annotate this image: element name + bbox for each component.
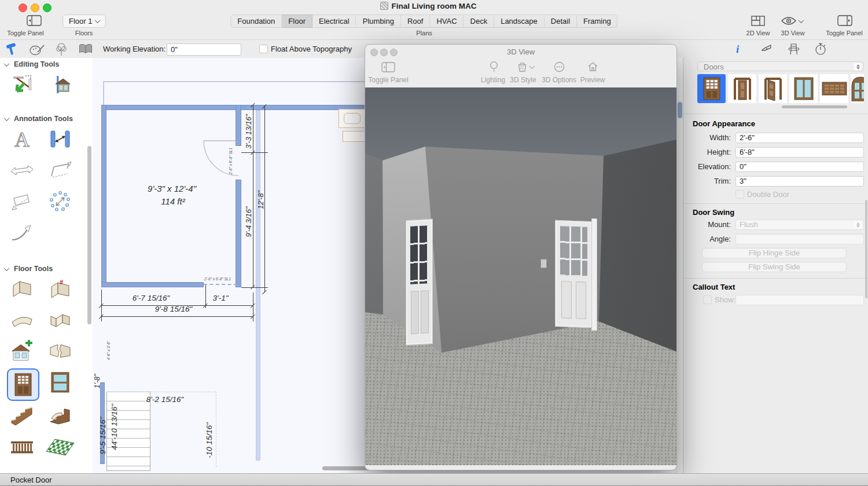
- elevation-field[interactable]: 0": [735, 162, 864, 172]
- tab-electrical[interactable]: Electrical: [312, 14, 356, 28]
- toggle-panel-left-button[interactable]: [17, 15, 42, 28]
- view-2d-button[interactable]: [751, 16, 765, 28]
- eye-icon: [781, 16, 796, 25]
- thumb-strip-hscroll[interactable]: [782, 105, 847, 108]
- dimension-tool[interactable]: [47, 126, 73, 152]
- chevron-down-icon: [4, 265, 10, 271]
- stairs-tool[interactable]: [9, 403, 35, 429]
- 3d-options-button[interactable]: [554, 61, 565, 75]
- railing-tool[interactable]: [9, 434, 35, 460]
- dim-right-mid: 9'-4 3/16": [245, 207, 253, 237]
- angle-label: Angle:: [685, 234, 731, 244]
- section-editing-tools[interactable]: Editing Tools: [5, 60, 59, 68]
- panel-scrollbar[interactable]: [865, 200, 867, 298]
- door-thumb-panel-grid[interactable]: [820, 74, 848, 103]
- window-tool[interactable]: [47, 370, 73, 395]
- angle-field[interactable]: [735, 234, 864, 244]
- flip-hinge-side-button[interactable]: Flip Hinge Side: [702, 248, 847, 258]
- 3d-window-title: 3D View: [365, 47, 676, 56]
- text-annotation-tool[interactable]: A: [9, 126, 35, 152]
- checker-pattern: [46, 439, 74, 455]
- door-thumb-ajar[interactable]: [728, 74, 756, 103]
- view-3d-button[interactable]: [781, 16, 803, 25]
- add-room-tool[interactable]: [9, 338, 35, 364]
- build-tools-icon[interactable]: [5, 43, 19, 59]
- scatter-measure-tool[interactable]: [47, 189, 73, 214]
- pen-icon[interactable]: [762, 43, 773, 57]
- show-callout-checkbox[interactable]: [703, 295, 712, 304]
- toggle-panel-right-button[interactable]: [837, 15, 852, 28]
- fixture-outline[interactable]: [343, 131, 367, 142]
- edit-elevation-tool[interactable]: [9, 72, 35, 97]
- door-thumb-glass-9-pane[interactable]: [697, 74, 726, 103]
- curved-wall-tool[interactable]: [9, 307, 35, 332]
- callout-text-field[interactable]: [735, 295, 864, 305]
- door-annotation: 2'-6" x 6'-8" SL1: [229, 148, 233, 174]
- 3d-style-button[interactable]: [517, 61, 534, 72]
- library-book-icon[interactable]: [79, 43, 93, 57]
- dimension-line: [101, 316, 253, 317]
- walls-tool[interactable]: [47, 307, 73, 332]
- door-right-3d: [555, 220, 593, 328]
- floor-material-tool[interactable]: [47, 434, 73, 460]
- float-above-topography-label: Float Above Topography: [271, 45, 352, 53]
- materials-palette-icon[interactable]: [29, 43, 45, 58]
- section-annotation-tools[interactable]: Annotation Tools: [5, 115, 73, 123]
- door-tool-selected[interactable]: [7, 368, 39, 401]
- tab-framing[interactable]: Framing: [577, 14, 618, 28]
- selection-dash-top: [106, 392, 216, 392]
- double-door-checkbox[interactable]: [735, 190, 744, 199]
- 3d-toggle-panel-button[interactable]: [381, 62, 395, 75]
- curved-stairs-tool[interactable]: [47, 403, 73, 429]
- 3d-scene[interactable]: [365, 87, 676, 465]
- width-field[interactable]: 2'-6": [735, 133, 864, 143]
- elevation-dimension-tool[interactable]: [47, 158, 73, 183]
- door-thumb-open[interactable]: [759, 74, 787, 103]
- furniture-chair-icon[interactable]: [788, 43, 800, 58]
- canvas-vscroll-thumb[interactable]: [678, 102, 682, 118]
- arrow-annotation-tool[interactable]: [9, 220, 35, 246]
- title-bar[interactable]: Final Living room MAC: [0, 0, 868, 13]
- library-category-select[interactable]: Doors: [697, 61, 864, 71]
- area-dimension-tool[interactable]: [9, 189, 35, 214]
- door-thumb-arched[interactable]: [851, 74, 864, 103]
- wall-numbered-tool[interactable]: #: [47, 276, 73, 301]
- 3d-view-window[interactable]: 3D View Toggle Panel Lighting 3D Style 3…: [365, 44, 677, 470]
- tab-floor[interactable]: Floor: [282, 14, 312, 28]
- lighting-button[interactable]: [490, 61, 498, 75]
- door-thumb-double-glass[interactable]: [789, 74, 818, 103]
- plants-tree-icon[interactable]: [56, 42, 67, 59]
- working-elevation-input[interactable]: 0": [167, 43, 241, 56]
- tab-deck[interactable]: Deck: [464, 14, 495, 28]
- sidebar-scrollbar[interactable]: [87, 146, 91, 324]
- trim-field[interactable]: 3": [735, 176, 864, 187]
- tab-foundation[interactable]: Foundation: [230, 14, 282, 28]
- floors-dropdown[interactable]: Floor 1: [62, 14, 106, 28]
- split-wall-tool[interactable]: [47, 338, 73, 364]
- tab-hvac[interactable]: HVAC: [430, 14, 464, 28]
- preview-button[interactable]: [587, 61, 598, 74]
- mount-label: Mount:: [685, 220, 731, 230]
- fixture-outline[interactable]: [339, 109, 366, 128]
- svg-text:A: A: [14, 128, 30, 151]
- linear-dimension-tool[interactable]: [9, 158, 35, 183]
- tab-plumbing[interactable]: Plumbing: [356, 14, 401, 28]
- wall-tool[interactable]: [9, 276, 35, 301]
- 3d-window-titlebar[interactable]: 3D View: [365, 45, 676, 59]
- section-floor-tools[interactable]: Floor Tools: [5, 265, 53, 273]
- stopwatch-icon[interactable]: [815, 42, 826, 58]
- elevation-label: Elevation:: [685, 162, 731, 172]
- mount-select[interactable]: Flush: [735, 220, 864, 230]
- tab-detail[interactable]: Detail: [545, 14, 577, 28]
- 3d-style-label: 3D Style: [510, 76, 536, 84]
- house-elevation-tool[interactable]: [47, 72, 73, 97]
- float-above-topography-checkbox[interactable]: [259, 45, 268, 53]
- flip-swing-side-button[interactable]: Flip Swing Side: [702, 262, 847, 272]
- tab-landscape[interactable]: Landscape: [494, 14, 545, 28]
- tab-roof[interactable]: Roof: [401, 14, 430, 28]
- wall-bottom[interactable]: [101, 282, 204, 287]
- info-icon[interactable]: i: [736, 43, 739, 56]
- height-field[interactable]: 6'-8": [735, 147, 864, 158]
- document-icon: [380, 2, 388, 10]
- door-opening-bottom[interactable]: [204, 284, 237, 285]
